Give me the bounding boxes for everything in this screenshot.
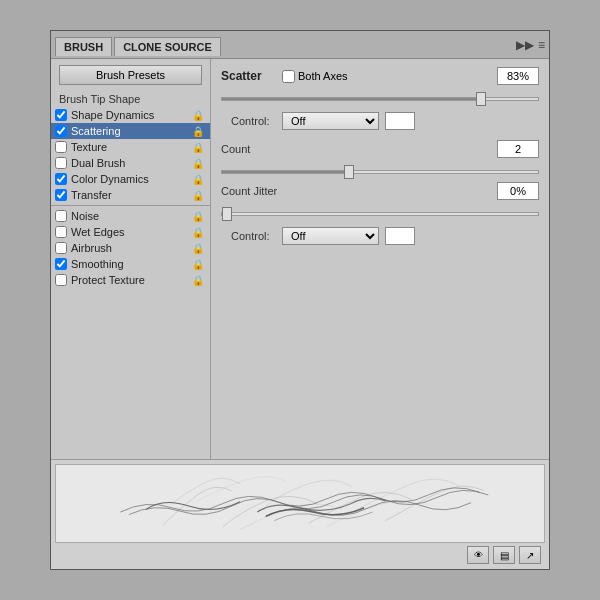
delete-button[interactable]: ↗: [519, 546, 541, 564]
smoothing-label: Smoothing: [71, 258, 124, 270]
texture-lock: 🔒: [192, 142, 204, 153]
wet-edges-label: Wet Edges: [71, 226, 125, 238]
sidebar-item-airbrush[interactable]: Airbrush 🔒: [51, 240, 210, 256]
scatter-row: Scatter Both Axes: [221, 67, 539, 85]
protect-texture-lock: 🔒: [192, 275, 204, 286]
sidebar-item-shape-dynamics[interactable]: Shape Dynamics 🔒: [51, 107, 210, 123]
dual-brush-lock: 🔒: [192, 158, 204, 169]
count-slider[interactable]: [221, 170, 539, 174]
airbrush-lock: 🔒: [192, 243, 204, 254]
noise-lock: 🔒: [192, 211, 204, 222]
count-value-input[interactable]: [497, 140, 539, 158]
expand-icon[interactable]: ▶▶: [516, 38, 534, 52]
tab-icons: ▶▶ ≡: [516, 38, 545, 55]
main-content: Scatter Both Axes Control: Off Fade Pen …: [211, 59, 549, 459]
transfer-lock: 🔒: [192, 190, 204, 201]
count-jitter-label: Count Jitter: [221, 183, 277, 199]
airbrush-label: Airbrush: [71, 242, 112, 254]
both-axes-container: Both Axes: [282, 70, 348, 83]
sidebar-item-smoothing[interactable]: Smoothing 🔒: [51, 256, 210, 272]
sidebar-item-texture[interactable]: Texture 🔒: [51, 139, 210, 155]
count-jitter-slider-container: [221, 206, 539, 218]
count-jitter-value-input[interactable]: [497, 182, 539, 200]
tab-clone-source[interactable]: CLONE SOURCE: [114, 37, 221, 56]
noise-checkbox[interactable]: [55, 210, 67, 222]
protect-texture-label: Protect Texture: [71, 274, 145, 286]
scattering-label: Scattering: [71, 125, 121, 137]
dual-brush-checkbox[interactable]: [55, 157, 67, 169]
smoothing-checkbox[interactable]: [55, 258, 67, 270]
sidebar-item-protect-texture[interactable]: Protect Texture 🔒: [51, 272, 210, 288]
wet-edges-lock: 🔒: [192, 227, 204, 238]
sidebar-item-wet-edges[interactable]: Wet Edges 🔒: [51, 224, 210, 240]
count-row: Count: [221, 140, 539, 158]
create-new-button[interactable]: ▤: [493, 546, 515, 564]
transfer-label: Transfer: [71, 189, 112, 201]
sidebar-item-dual-brush[interactable]: Dual Brush 🔒: [51, 155, 210, 171]
both-axes-label: Both Axes: [298, 70, 348, 82]
color-dynamics-lock: 🔒: [192, 174, 204, 185]
scatter-slider[interactable]: [221, 97, 539, 101]
control-value-2: [385, 227, 415, 245]
dual-brush-label: Dual Brush: [71, 157, 125, 169]
sidebar-item-color-dynamics[interactable]: Color Dynamics 🔒: [51, 171, 210, 187]
control-select-2[interactable]: Off Fade Pen Pressure Pen Tilt: [282, 227, 379, 245]
shape-dynamics-checkbox[interactable]: [55, 109, 67, 121]
preview-canvas: [55, 464, 545, 543]
transfer-checkbox[interactable]: [55, 189, 67, 201]
smoothing-lock: 🔒: [192, 259, 204, 270]
scattering-checkbox[interactable]: [55, 125, 67, 137]
scattering-lock: 🔒: [192, 126, 204, 137]
tab-bar: BRUSH CLONE SOURCE ▶▶ ≡: [51, 31, 549, 59]
texture-checkbox[interactable]: [55, 141, 67, 153]
panel-body: Brush Presets Brush Tip Shape Shape Dyna…: [51, 59, 549, 459]
noise-label: Noise: [71, 210, 99, 222]
texture-label: Texture: [71, 141, 107, 153]
count-jitter-row: Count Jitter: [221, 182, 539, 200]
protect-texture-checkbox[interactable]: [55, 274, 67, 286]
sidebar-item-scattering[interactable]: Scattering 🔒: [51, 123, 210, 139]
panel-bottom: 👁 ▤ ↗: [51, 459, 549, 569]
control-row-2: Control: Off Fade Pen Pressure Pen Tilt: [231, 227, 539, 245]
color-dynamics-checkbox[interactable]: [55, 173, 67, 185]
both-axes-checkbox[interactable]: [282, 70, 295, 83]
brush-panel: BRUSH CLONE SOURCE ▶▶ ≡ Brush Presets Br…: [50, 30, 550, 570]
eye-icon: 👁: [474, 550, 483, 560]
svg-rect-0: [95, 465, 506, 542]
bottom-toolbar: 👁 ▤ ↗: [55, 543, 545, 565]
brush-preview-svg: [56, 465, 544, 542]
sidebar-item-transfer[interactable]: Transfer 🔒: [51, 187, 210, 203]
control-label-2: Control:: [231, 230, 276, 242]
brush-presets-button[interactable]: Brush Presets: [59, 65, 202, 85]
preview-options-button[interactable]: 👁: [467, 546, 489, 564]
scatter-label: Scatter: [221, 69, 276, 83]
count-jitter-slider[interactable]: [221, 212, 539, 216]
control-row-1: Control: Off Fade Pen Pressure Pen Tilt: [231, 112, 539, 130]
count-slider-container: [221, 164, 539, 176]
shape-dynamics-lock: 🔒: [192, 110, 204, 121]
wet-edges-checkbox[interactable]: [55, 226, 67, 238]
shape-dynamics-label: Shape Dynamics: [71, 109, 154, 121]
airbrush-checkbox[interactable]: [55, 242, 67, 254]
delete-icon: ↗: [526, 550, 534, 561]
control-label-1: Control:: [231, 115, 276, 127]
menu-icon[interactable]: ≡: [538, 38, 545, 52]
new-preset-icon: ▤: [500, 550, 509, 561]
brush-tip-shape-label: Brush Tip Shape: [51, 91, 210, 107]
scatter-value-input[interactable]: [497, 67, 539, 85]
control-select-1[interactable]: Off Fade Pen Pressure Pen Tilt: [282, 112, 379, 130]
tab-brush[interactable]: BRUSH: [55, 37, 112, 56]
sidebar-item-noise[interactable]: Noise 🔒: [51, 208, 210, 224]
color-dynamics-label: Color Dynamics: [71, 173, 149, 185]
scatter-slider-container: [221, 91, 539, 103]
count-label: Count: [221, 141, 250, 157]
sidebar: Brush Presets Brush Tip Shape Shape Dyna…: [51, 59, 211, 459]
control-value-1: [385, 112, 415, 130]
